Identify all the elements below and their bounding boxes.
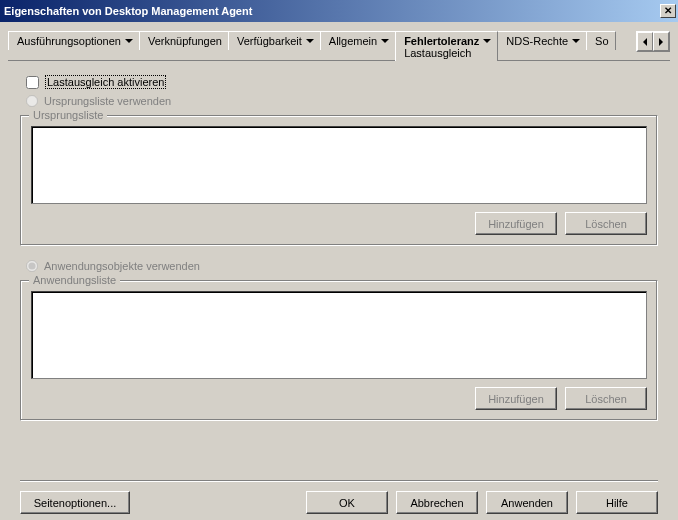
close-button[interactable]: ✕ [660, 4, 676, 18]
tab-overflow[interactable]: So [586, 31, 615, 50]
use-sourcelist-label: Ursprungsliste verwenden [44, 95, 171, 107]
use-applist-label: Anwendungsobjekte verwenden [44, 260, 200, 272]
arrow-left-icon [643, 38, 647, 46]
applist-add-button: Hinzufügen [475, 387, 557, 410]
page-options-button[interactable]: Seitenoptionen... [20, 491, 130, 514]
tab-label: Fehlertoleranz [404, 35, 479, 47]
use-sourcelist-row: Ursprungsliste verwenden [26, 95, 658, 107]
arrow-right-icon [659, 38, 663, 46]
tab-allgemein[interactable]: Allgemein [320, 31, 396, 50]
apply-button[interactable]: Anwenden [486, 491, 568, 514]
tab-scroll-right[interactable] [653, 32, 669, 51]
dropdown-icon [572, 39, 580, 43]
tab-content: Lastausgleich aktivieren Ursprungsliste … [8, 75, 670, 514]
tab-scroll-left[interactable] [637, 32, 653, 51]
tab-label: Verknüpfungen [148, 35, 222, 47]
dropdown-icon [306, 39, 314, 43]
tab-label: NDS-Rechte [506, 35, 568, 47]
tab-verknuepfungen[interactable]: Verknüpfungen [139, 31, 229, 50]
tab-nds-rechte[interactable]: NDS-Rechte [497, 31, 587, 50]
applist-legend: Anwendungsliste [29, 274, 120, 286]
use-applist-radio [26, 260, 38, 272]
title-bar: Eigenschaften von Desktop Management Age… [0, 0, 678, 22]
dialog-body: Ausführungsoptionen Verknüpfungen Verfüg… [0, 22, 678, 520]
dropdown-icon [381, 39, 389, 43]
tab-strip: Ausführungsoptionen Verknüpfungen Verfüg… [8, 30, 670, 61]
tab-scroll [636, 31, 670, 52]
sourcelist-legend: Ursprungsliste [29, 109, 107, 121]
sourcelist-button-row: Hinzufügen Löschen [31, 212, 647, 235]
applist-button-row: Hinzufügen Löschen [31, 387, 647, 410]
sourcelist-listbox[interactable] [31, 126, 647, 204]
tab-verfuegbarkeit[interactable]: Verfügbarkeit [228, 31, 321, 50]
activate-loadbalancing-row: Lastausgleich aktivieren [26, 75, 658, 89]
tab-label: So [595, 35, 608, 47]
applist-delete-button: Löschen [565, 387, 647, 410]
tab-subtitle: Lastausgleich [404, 47, 471, 59]
window-title: Eigenschaften von Desktop Management Age… [4, 5, 660, 17]
tab-label: Allgemein [329, 35, 377, 47]
dropdown-icon [483, 39, 491, 43]
activate-loadbalancing-label[interactable]: Lastausgleich aktivieren [45, 75, 166, 89]
applist-group: Anwendungsliste Hinzufügen Löschen [20, 280, 658, 421]
tab-label: Verfügbarkeit [237, 35, 302, 47]
bottom-button-bar: Seitenoptionen... OK Abbrechen Anwenden … [20, 480, 658, 514]
tab-fehlertoleranz[interactable]: Fehlertoleranz Lastausgleich [395, 31, 498, 61]
tab-ausfuehrungsoptionen[interactable]: Ausführungsoptionen [8, 31, 140, 50]
sourcelist-group: Ursprungsliste Hinzufügen Löschen [20, 115, 658, 246]
use-applist-row: Anwendungsobjekte verwenden [26, 260, 658, 272]
sourcelist-delete-button: Löschen [565, 212, 647, 235]
tab-label: Ausführungsoptionen [17, 35, 121, 47]
help-button[interactable]: Hilfe [576, 491, 658, 514]
sourcelist-add-button: Hinzufügen [475, 212, 557, 235]
cancel-button[interactable]: Abbrechen [396, 491, 478, 514]
ok-button[interactable]: OK [306, 491, 388, 514]
applist-listbox[interactable] [31, 291, 647, 379]
use-sourcelist-radio [26, 95, 38, 107]
activate-loadbalancing-checkbox[interactable] [26, 76, 39, 89]
dropdown-icon [125, 39, 133, 43]
